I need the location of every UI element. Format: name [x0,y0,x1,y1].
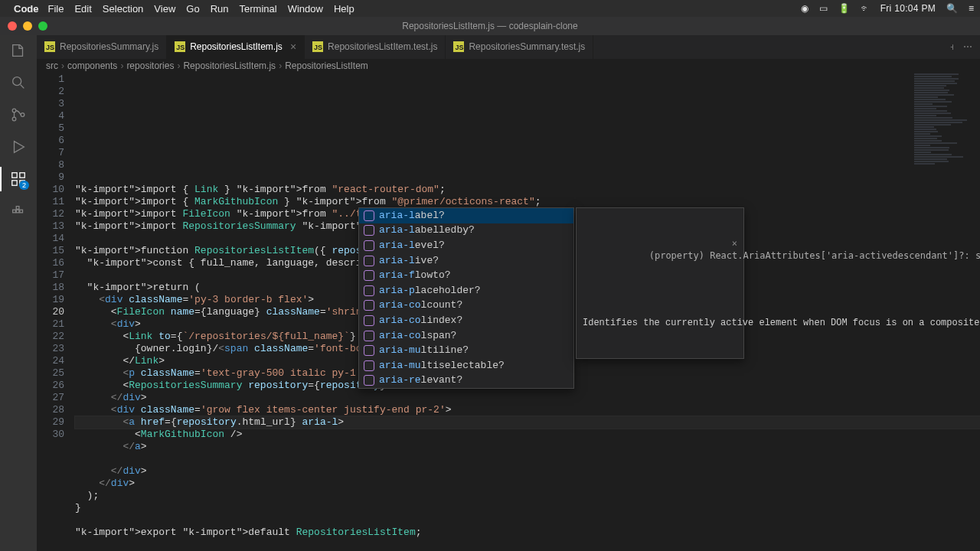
crumb[interactable]: src [46,60,58,71]
property-icon [364,345,374,356]
code-content[interactable]: "k-import">import { Link } "k-import">fr… [75,73,980,551]
source-control-icon[interactable] [9,106,28,124]
editor-tabs: JS RepositoriesSummary.js JS Repositorie… [37,35,980,59]
crumb[interactable]: RepositoriesListItem.js [183,60,276,71]
menu-file[interactable]: File [48,3,64,15]
suggest-item[interactable]: aria-multiline? [359,343,573,358]
js-file-icon: JS [312,41,323,52]
control-center-icon[interactable]: ≡ [969,3,974,14]
menubar-status: ◉ ▭ 🔋 ᯤ Fri 10:04 PM 🔍 ≡ [801,3,974,14]
battery-icon[interactable]: 🔋 [838,3,850,14]
editor-area: JS RepositoriesSummary.js JS Repositorie… [37,35,980,551]
tab-repositorieslistitem-test[interactable]: JS RepositoriesListItem.test.js [305,35,446,59]
suggest-item[interactable]: aria-level? [359,238,573,253]
more-actions-icon[interactable]: ⋯ [963,41,972,52]
js-file-icon: JS [453,41,464,52]
suggest-item[interactable]: aria-labelledby? [359,223,573,239]
suggest-item[interactable]: aria-label? [359,208,573,223]
suggest-item[interactable]: aria-multiselectable? [359,358,573,373]
suggest-item[interactable]: aria-colindex? [359,313,573,328]
crumb[interactable]: repositories [126,60,174,71]
svg-point-3 [21,113,24,117]
intellisense-suggest[interactable]: aria-label?aria-labelledby?aria-level?ar… [358,207,574,389]
menu-go[interactable]: Go [186,3,199,15]
svg-rect-9 [16,210,19,213]
doc-description: Identifies the currently active element … [583,317,737,329]
intellisense-doc: (property) React.AriaAttributes['aria-ac… [576,207,744,359]
doc-signature: (property) React.AriaAttributes['aria-ac… [649,250,980,261]
crumb[interactable]: components [67,60,117,71]
close-doc-icon[interactable]: × [732,237,737,249]
svg-rect-11 [16,207,19,210]
menu-view[interactable]: View [154,3,175,15]
tab-label: RepositoriesListItem.test.js [328,41,437,52]
js-file-icon: JS [175,41,185,52]
menu-run[interactable]: Run [211,3,229,15]
svg-rect-4 [12,173,17,178]
svg-rect-10 [20,210,23,213]
menu-terminal[interactable]: Terminal [240,3,277,15]
vscode-titlebar: RepositoriesListItem.js — codesplain-clo… [0,17,980,35]
menu-help[interactable]: Help [334,3,354,15]
line-number-gutter: 1234567891011121314151617181920212223242… [37,73,75,551]
minimap[interactable] [914,73,975,227]
close-window-icon[interactable] [8,21,17,31]
suggest-item[interactable]: aria-colcount? [359,298,573,314]
split-editor-icon[interactable]: ⫞ [949,41,954,52]
menu-selection[interactable]: Selection [103,3,143,15]
suggest-item[interactable]: aria-relevant? [359,373,573,389]
maximize-window-icon[interactable] [38,21,47,31]
app-name[interactable]: Code [14,3,39,15]
property-icon [364,285,374,296]
tab-repositoriessummary-test[interactable]: JS RepositoriesSummary.test.js [446,35,593,59]
svg-rect-8 [13,210,16,213]
property-icon [364,240,374,251]
property-icon [364,375,374,386]
property-icon [364,360,374,371]
window-controls [0,21,47,31]
breadcrumb[interactable]: src› components› repositories› Repositor… [37,59,980,73]
property-icon [364,210,374,221]
wifi-icon[interactable]: ᯤ [861,3,870,14]
menu-window[interactable]: Window [288,3,323,15]
video-icon[interactable]: ▭ [819,3,828,14]
record-icon[interactable]: ◉ [801,3,808,14]
clock[interactable]: Fri 10:04 PM [880,3,936,14]
crumb[interactable]: RepositoriesListItem [285,60,368,71]
extensions-badge: 2 [19,181,29,190]
spotlight-icon[interactable]: 🔍 [946,3,958,14]
tab-label: RepositoriesSummary.js [60,41,158,52]
property-icon [364,270,374,281]
property-icon [364,315,374,326]
debug-icon[interactable] [9,138,28,156]
suggest-item[interactable]: aria-placeholder? [359,283,573,298]
svg-point-1 [12,109,16,112]
tab-label: RepositoriesSummary.test.js [469,41,585,52]
suggest-item[interactable]: aria-flowto? [359,268,573,283]
property-icon [364,256,374,266]
minimize-window-icon[interactable] [23,21,32,31]
window-title: RepositoriesListItem.js — codesplain-clo… [402,21,577,31]
suggest-item[interactable]: aria-live? [359,253,573,269]
activity-bar: 2 [0,35,37,551]
property-icon [364,331,374,341]
tab-repositorieslistitem[interactable]: JS RepositoriesListItem.js × [167,35,305,59]
suggest-item[interactable]: aria-colspan? [359,328,573,344]
extensions-icon[interactable]: 2 [9,170,28,188]
property-icon [364,300,374,311]
svg-rect-5 [20,173,24,178]
tab-repositoriessummary[interactable]: JS RepositoriesSummary.js [37,35,167,59]
svg-point-0 [13,77,21,86]
explorer-icon[interactable] [9,41,28,60]
code-editor[interactable]: 1234567891011121314151617181920212223242… [37,73,980,551]
macos-menubar: Code File Edit Selection View Go Run Ter… [0,0,980,17]
tab-label: RepositoriesListItem.js [190,41,283,52]
search-icon[interactable] [9,73,28,92]
svg-point-2 [12,117,16,121]
docker-icon[interactable] [9,202,28,220]
menu-edit[interactable]: Edit [74,3,91,15]
close-tab-icon[interactable]: × [290,41,296,53]
property-icon [364,225,374,236]
svg-rect-6 [12,181,17,185]
js-file-icon: JS [44,41,55,52]
